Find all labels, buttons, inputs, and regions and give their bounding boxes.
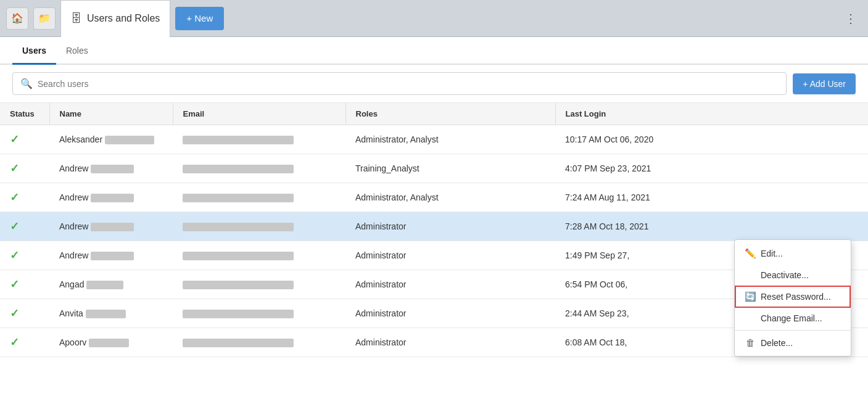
- roles-cell: Administrator, Analyst: [345, 183, 555, 212]
- email-cell: [173, 299, 345, 328]
- context-menu: ✏️Edit...Deactivate...🔄Reset Password...…: [734, 239, 851, 357]
- check-icon: ✓: [10, 162, 19, 175]
- ctx-item-icon: 🗑: [745, 337, 756, 348]
- col-header-status: Status: [0, 103, 49, 125]
- email-redacted: [183, 165, 294, 173]
- roles-cell: Training_Analyst: [345, 154, 555, 183]
- name-cell: Andrew: [49, 154, 173, 183]
- table-row[interactable]: ✓Andrew Administrator, Analyst7:24 AM Au…: [0, 183, 868, 212]
- context-menu-item[interactable]: Change Email...: [735, 308, 851, 329]
- status-cell: ✓: [0, 183, 49, 212]
- name-text: Aleksander: [59, 134, 102, 144]
- context-menu-item[interactable]: Deactivate...: [735, 265, 851, 286]
- check-icon: ✓: [10, 191, 19, 204]
- last-login-cell: 7:28 AM Oct 18, 2021: [555, 212, 868, 241]
- email-redacted: [183, 339, 294, 347]
- name-text: Andrew: [59, 221, 88, 231]
- new-button[interactable]: + New: [175, 7, 224, 30]
- table-row[interactable]: ✓Andrew Training_Analyst4:07 PM Sep 23, …: [0, 154, 868, 183]
- status-cell: ✓: [0, 125, 49, 154]
- context-menu-item[interactable]: ✏️Edit...: [735, 242, 851, 265]
- email-redacted: [183, 194, 294, 202]
- search-input[interactable]: [38, 79, 779, 89]
- tabs-bar: Users Roles: [0, 37, 868, 65]
- name-redacted: [91, 252, 134, 260]
- name-cell: Apoorv: [49, 328, 173, 357]
- check-icon: ✓: [10, 249, 19, 262]
- name-redacted: [86, 310, 126, 318]
- col-header-roles: Roles: [345, 103, 555, 125]
- ctx-item-label: Delete...: [761, 338, 793, 348]
- col-header-lastlogin: Last Login: [555, 103, 868, 125]
- roles-cell: Administrator: [345, 241, 555, 270]
- ctx-item-label: Edit...: [761, 249, 783, 258]
- check-icon: ✓: [10, 220, 19, 233]
- table-row[interactable]: ✓Andrew Administrator7:28 AM Oct 18, 202…: [0, 212, 868, 241]
- ctx-item-label: Reset Password...: [761, 292, 831, 302]
- name-cell: Anvita: [49, 299, 173, 328]
- name-redacted: [91, 165, 134, 173]
- page-title: Users and Roles: [87, 13, 160, 24]
- check-icon: ✓: [10, 307, 19, 320]
- name-cell: Angad: [49, 270, 173, 299]
- folder-button[interactable]: 📁: [33, 7, 56, 30]
- ctx-item-icon: ✏️: [745, 248, 756, 259]
- name-text: Anvita: [59, 308, 83, 318]
- name-redacted: [105, 136, 154, 144]
- roles-cell: Administrator: [345, 212, 555, 241]
- name-cell: Andrew: [49, 183, 173, 212]
- name-redacted: [89, 339, 129, 347]
- roles-cell: Administrator: [345, 299, 555, 328]
- name-text: Andrew: [59, 250, 88, 260]
- status-cell: ✓: [0, 270, 49, 299]
- context-menu-item[interactable]: 🗑Delete...: [735, 332, 851, 353]
- search-input-wrapper[interactable]: 🔍: [12, 72, 787, 95]
- email-cell: [173, 125, 345, 154]
- roles-cell: Administrator: [345, 270, 555, 299]
- context-menu-separator: [735, 330, 851, 331]
- add-user-button[interactable]: + Add User: [793, 73, 856, 94]
- email-cell: [173, 328, 345, 357]
- email-cell: [173, 154, 345, 183]
- email-redacted: [183, 136, 294, 144]
- name-cell: Andrew: [49, 212, 173, 241]
- add-user-label: + Add User: [803, 79, 846, 89]
- name-redacted: [86, 281, 123, 289]
- status-cell: ✓: [0, 328, 49, 357]
- name-text: Apoorv: [59, 337, 86, 347]
- last-login-cell: 7:24 AM Aug 11, 2021: [555, 183, 868, 212]
- table-header: Status Name Email Roles Last Login: [0, 103, 868, 125]
- name-redacted: [91, 194, 134, 202]
- tab-roles[interactable]: Roles: [56, 37, 98, 65]
- check-icon: ✓: [10, 133, 19, 146]
- check-icon: ✓: [10, 336, 19, 349]
- name-text: Angad: [59, 279, 84, 289]
- context-menu-item[interactable]: 🔄Reset Password...: [735, 286, 851, 308]
- col-header-name: Name: [49, 103, 173, 125]
- email-redacted: [183, 223, 294, 231]
- name-cell: Andrew: [49, 241, 173, 270]
- last-login-cell: 4:07 PM Sep 23, 2021: [555, 154, 868, 183]
- name-text: Andrew: [59, 192, 88, 202]
- name-text: Andrew: [59, 163, 88, 173]
- status-cell: ✓: [0, 154, 49, 183]
- roles-cell: Administrator: [345, 328, 555, 357]
- email-redacted: [183, 252, 294, 260]
- db-icon: 🗄: [71, 12, 82, 25]
- users-and-roles-tab[interactable]: 🗄 Users and Roles: [60, 0, 170, 37]
- more-options-button[interactable]: ⋮: [840, 9, 862, 28]
- home-button[interactable]: 🏠: [6, 7, 28, 30]
- status-cell: ✓: [0, 212, 49, 241]
- check-icon: ✓: [10, 278, 19, 291]
- tab-users[interactable]: Users: [12, 37, 56, 65]
- status-cell: ✓: [0, 241, 49, 270]
- last-login-cell: 10:17 AM Oct 06, 2020: [555, 125, 868, 154]
- ctx-item-icon: 🔄: [745, 291, 756, 302]
- email-cell: [173, 241, 345, 270]
- email-cell: [173, 212, 345, 241]
- search-bar: 🔍 + Add User: [0, 65, 868, 103]
- email-redacted: [183, 310, 294, 318]
- table-row[interactable]: ✓Aleksander Administrator, Analyst10:17 …: [0, 125, 868, 154]
- ctx-item-label: Change Email...: [761, 313, 822, 323]
- email-cell: [173, 183, 345, 212]
